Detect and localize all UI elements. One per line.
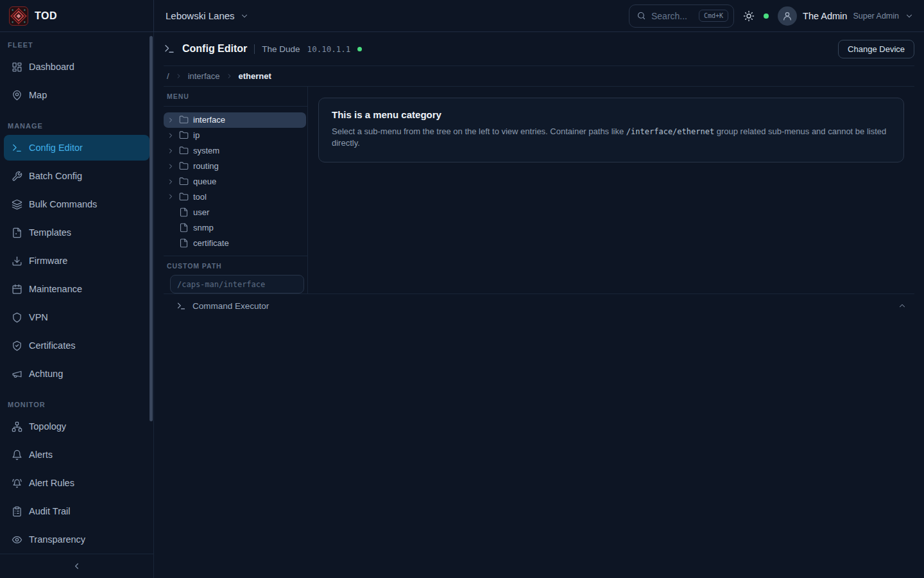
content-panel: This is a menu category Select a sub-men… [308, 87, 914, 293]
topbar: TOD Lebowski Lanes Cmd+K [0, 0, 924, 32]
sidebar-item-label: Transparency [29, 534, 85, 545]
sidebar-item-audit-trail[interactable]: Audit Trail [4, 498, 150, 524]
command-executor-toggle[interactable]: Command Executor [164, 293, 914, 317]
bell-ring-icon [12, 478, 22, 489]
sidebar-item-achtung[interactable]: Achtung [4, 361, 150, 387]
sidebar-item-bulk-commands[interactable]: Bulk Commands [4, 191, 150, 217]
chevron-right-icon[interactable] [167, 132, 175, 139]
search-input[interactable] [651, 11, 694, 21]
chevron-right-icon[interactable] [167, 162, 175, 170]
tree-item-tool[interactable]: tool [164, 189, 306, 204]
info-card-body: Select a sub-menu from the tree on the l… [332, 126, 891, 149]
file-icon [179, 207, 189, 217]
breadcrumb-root[interactable]: / [167, 71, 169, 81]
tree-item-ip[interactable]: ip [164, 128, 306, 143]
custom-path-section: CUSTOM PATH [164, 256, 307, 293]
sidebar-item-vpn[interactable]: VPN [4, 304, 150, 330]
tree-item-snmp[interactable]: snmp [164, 220, 306, 235]
calendar-icon [12, 284, 22, 295]
sidebar-item-alerts[interactable]: Alerts [4, 442, 150, 468]
theme-toggle-button[interactable] [743, 10, 755, 22]
breadcrumb-item-interface[interactable]: interface [188, 71, 220, 81]
sidebar-collapse-button[interactable] [0, 554, 153, 578]
clipboard-icon [12, 506, 22, 517]
tree-item-queue[interactable]: queue [164, 174, 306, 189]
brand[interactable]: TOD [0, 0, 154, 31]
chevron-right-icon[interactable] [167, 178, 175, 186]
sidebar-item-templates[interactable]: Templates [4, 220, 150, 245]
command-executor-label: Command Executor [193, 301, 269, 311]
tree-item-label: routing [193, 161, 219, 171]
user-menu[interactable]: The Admin Super Admin [778, 6, 914, 26]
sidebar-section-manage: MANAGE [0, 122, 153, 130]
sidebar-item-alert-rules[interactable]: Alert Rules [4, 470, 150, 496]
device-name: The Dude [262, 44, 300, 54]
sidebar-item-label: Firmware [29, 256, 67, 266]
device-online-dot [357, 47, 362, 51]
sidebar-item-dashboard[interactable]: Dashboard [4, 54, 150, 80]
tree-item-label: user [193, 207, 209, 217]
file-icon [179, 238, 189, 248]
sidebar-item-batch-config[interactable]: Batch Config [4, 163, 150, 189]
chevron-right-icon[interactable] [167, 147, 175, 155]
tree-item-label: ip [193, 130, 200, 140]
main-content: Config Editor The Dude 10.10.1.1 Change … [154, 32, 924, 578]
tree-item-system[interactable]: system [164, 143, 306, 159]
sidebar-item-label: Config Editor [29, 143, 83, 153]
chevron-right-icon[interactable] [167, 116, 175, 124]
sidebar-item-label: Maintenance [29, 284, 82, 294]
menu-category-info-card: This is a menu category Select a sub-men… [318, 98, 904, 162]
shield-icon [12, 312, 22, 323]
sidebar-item-label: Bulk Commands [29, 199, 97, 209]
sidebar-item-label: Achtung [29, 369, 63, 379]
custom-path-input[interactable] [170, 275, 304, 293]
sidebar-item-config-editor[interactable]: Config Editor [4, 135, 150, 161]
sidebar-item-certificates[interactable]: Certificates [4, 333, 150, 358]
org-switcher[interactable]: Lebowski Lanes [166, 10, 249, 21]
chevron-down-icon [905, 12, 914, 21]
sun-icon [743, 10, 755, 22]
menu-panel-label: MENU [164, 87, 307, 107]
chevron-left-icon [72, 561, 81, 571]
avatar [778, 6, 797, 26]
tree-item-certificate[interactable]: certificate [164, 235, 306, 250]
terminal-icon [12, 143, 22, 153]
folder-icon [179, 161, 189, 171]
page-title: Config Editor [182, 43, 247, 55]
folder-icon [179, 115, 189, 125]
layers-icon [12, 199, 22, 210]
file-icon [179, 223, 189, 232]
sidebar-scrollbar-thumb[interactable] [150, 36, 153, 421]
sidebar-item-transparency[interactable]: Transparency [4, 527, 150, 552]
sidebar-item-firmware[interactable]: Firmware [4, 248, 150, 274]
sidebar-item-maintenance[interactable]: Maintenance [4, 276, 150, 302]
org-name: Lebowski Lanes [166, 10, 235, 21]
tree-item-label: certificate [193, 238, 229, 248]
chevron-right-icon[interactable] [167, 193, 175, 200]
tree-item-routing[interactable]: routing [164, 159, 306, 174]
change-device-button[interactable]: Change Device [838, 40, 914, 58]
sidebar-item-label: Certificates [29, 340, 76, 351]
map-pin-icon [12, 90, 22, 101]
connection-status-dot [764, 13, 769, 19]
chevron-down-icon [240, 12, 249, 21]
user-name: The Admin [803, 11, 847, 21]
sidebar-item-label: Dashboard [29, 62, 74, 72]
search-icon [637, 11, 646, 21]
dashboard-icon [12, 62, 22, 73]
page-header: Config Editor The Dude 10.10.1.1 Change … [164, 32, 914, 66]
sidebar-item-topology[interactable]: Topology [4, 414, 150, 439]
tree-item-label: snmp [193, 223, 214, 232]
custom-path-label: CUSTOM PATH [167, 262, 301, 270]
chevron-up-icon[interactable] [898, 301, 907, 310]
tree-item-user[interactable]: user [164, 204, 306, 220]
sidebar-item-label: VPN [29, 312, 48, 322]
tree-item-interface[interactable]: interface [164, 112, 306, 128]
breadcrumb: / interface ethernet [164, 66, 914, 87]
sidebar-item-label: Audit Trail [29, 506, 70, 516]
menu-tree-panel: MENU interface ip system routing [164, 87, 308, 293]
folder-icon [179, 146, 189, 155]
search-box[interactable]: Cmd+K [629, 4, 734, 28]
sidebar-item-label: Alerts [29, 450, 53, 460]
sidebar-item-map[interactable]: Map [4, 82, 150, 108]
